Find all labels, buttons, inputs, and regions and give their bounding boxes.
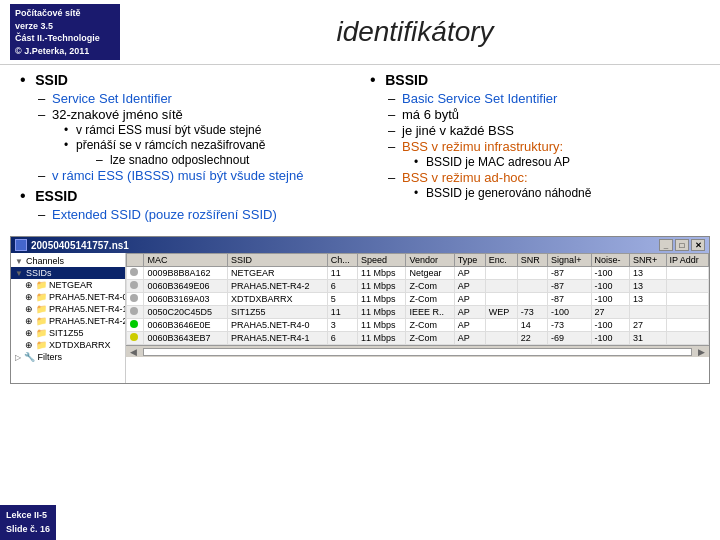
cell-type: AP bbox=[454, 319, 485, 332]
cell-mac: 0060B3649E06 bbox=[144, 280, 227, 293]
col-noise[interactable]: Noise- bbox=[591, 254, 629, 267]
cell-noise: -100 bbox=[591, 332, 629, 345]
logo-line3: Část II.-Technologie bbox=[15, 32, 115, 45]
cell-mac: 0060B3646E0E bbox=[144, 319, 227, 332]
sidebar-sit1z55[interactable]: ⊕ 📁 SIT1Z55 bbox=[11, 327, 125, 339]
bssid-dash-3: je jiné v každé BSS bbox=[388, 123, 700, 138]
cell-dot bbox=[127, 319, 144, 332]
cell-snrp: 31 bbox=[630, 332, 666, 345]
sidebar-xdtdx[interactable]: ⊕ 📁 XDTDXBARRX bbox=[11, 339, 125, 351]
cell-mac: 0060B3643EB7 bbox=[144, 332, 227, 345]
ssid-sub-3: v rámci ESS (IBSSS) musí být všude stejn… bbox=[52, 168, 303, 183]
col-dot bbox=[127, 254, 144, 267]
sidebar-prh-r40[interactable]: ⊕ 📁 PRAHA5.NET-R4-0 bbox=[11, 291, 125, 303]
logo-box: Počítačové sítě verze 3.5 Část II.-Techn… bbox=[10, 4, 120, 60]
table-row[interactable]: 0009B8B8A162 NETGEAR 11 11 Mbps Netgear … bbox=[127, 267, 709, 280]
sidebar-channels[interactable]: ▼ Channels bbox=[11, 255, 125, 267]
table-row[interactable]: 0060B3646E0E PRAHA5.NET-R4-0 3 11 Mbps Z… bbox=[127, 319, 709, 332]
cell-mac: 0009B8B8A162 bbox=[144, 267, 227, 280]
sidebar-ssids[interactable]: ▼ SSIDs bbox=[11, 267, 125, 279]
ssid-bullet-text-1: v rámci ESS musí být všude stejné bbox=[76, 123, 261, 137]
cell-enc bbox=[485, 293, 517, 306]
left-column: SSID Service Set Identifier 32-znakové j… bbox=[20, 71, 360, 226]
cell-ssid: PRAHA5.NET-R4-0 bbox=[227, 319, 327, 332]
cell-snr: 14 bbox=[517, 319, 547, 332]
col-vendor[interactable]: Vendor bbox=[406, 254, 454, 267]
sidebar-channels-label: Channels bbox=[26, 256, 64, 266]
sidebar-prh-r42-label: ⊕ 📁 PRAHA5.NET-R4-2 bbox=[25, 316, 126, 326]
horizontal-scrollbar[interactable]: ◀ ▶ bbox=[126, 345, 709, 357]
table-row[interactable]: 0060B3649E06 PRAHA5.NET-R4-2 6 11 Mbps Z… bbox=[127, 280, 709, 293]
sidebar-filters-label: 🔧 Filters bbox=[24, 352, 62, 362]
cell-speed: 11 Mbps bbox=[357, 280, 405, 293]
sidebar-prh-r40-label: ⊕ 📁 PRAHA5.NET-R4-0 bbox=[25, 292, 126, 302]
logo-line1: Počítačové sítě bbox=[15, 7, 115, 20]
cell-type: AP bbox=[454, 332, 485, 345]
sidebar-prh-r42[interactable]: ⊕ 📁 PRAHA5.NET-R4-2 bbox=[11, 315, 125, 327]
col-ssid[interactable]: SSID bbox=[227, 254, 327, 267]
cell-vendor: Z-Com bbox=[406, 319, 454, 332]
table-row[interactable]: 0060B3643EB7 PRAHA5.NET-R4-1 6 11 Mbps Z… bbox=[127, 332, 709, 345]
cell-signal: -100 bbox=[548, 306, 591, 319]
col-snr[interactable]: SNR bbox=[517, 254, 547, 267]
col-ip[interactable]: IP Addr bbox=[666, 254, 708, 267]
cell-signal: -87 bbox=[548, 267, 591, 280]
cell-enc bbox=[485, 332, 517, 345]
scroll-arrow-right[interactable]: ▶ bbox=[694, 347, 709, 357]
cell-snr bbox=[517, 267, 547, 280]
ssid-dash-3: v rámci ESS (IBSSS) musí být všude stejn… bbox=[38, 168, 350, 183]
cell-ip bbox=[666, 280, 708, 293]
minimize-button[interactable]: _ bbox=[659, 239, 673, 251]
bssid-infra: BSS v režimu infrastruktury: BSSID je MA… bbox=[388, 139, 700, 169]
close-button[interactable]: ✕ bbox=[691, 239, 705, 251]
ssid-bullet-2: přenáší se v rámcích nezašifrovaně lze s… bbox=[64, 138, 350, 167]
sidebar-sit1z55-label: ⊕ 📁 SIT1Z55 bbox=[25, 328, 84, 338]
scroll-arrow-left[interactable]: ◀ bbox=[126, 347, 141, 357]
cell-type: AP bbox=[454, 267, 485, 280]
col-type[interactable]: Type bbox=[454, 254, 485, 267]
col-mac[interactable]: MAC bbox=[144, 254, 227, 267]
screenshot-window: 20050405141757.ns1 _ □ ✕ ▼ Channels ▼ SS… bbox=[10, 236, 710, 384]
maximize-button[interactable]: □ bbox=[675, 239, 689, 251]
cell-snr bbox=[517, 280, 547, 293]
col-speed[interactable]: Speed bbox=[357, 254, 405, 267]
table-row[interactable]: 0050C20C45D5 SIT1Z55 11 11 Mbps IEEE R..… bbox=[127, 306, 709, 319]
window-controls[interactable]: _ □ ✕ bbox=[659, 239, 705, 251]
table-row[interactable]: 0060B3169A03 XDTDXBARRX 5 11 Mbps Z-Com … bbox=[127, 293, 709, 306]
ssid-bullet-text-2: přenáší se v rámcích nezašifrovaně bbox=[76, 138, 265, 152]
cell-snrp: 27 bbox=[630, 319, 666, 332]
col-snrp[interactable]: SNR+ bbox=[630, 254, 666, 267]
cell-ch: 6 bbox=[327, 280, 357, 293]
cell-ip bbox=[666, 267, 708, 280]
sidebar-netgear-label: ⊕ 📁 NETGEAR bbox=[25, 280, 93, 290]
cell-dot bbox=[127, 332, 144, 345]
cell-ssid: PRAHA5.NET-R4-2 bbox=[227, 280, 327, 293]
sidebar-prh-r41[interactable]: ⊕ 📁 PRAHA5.NET-R4-1 bbox=[11, 303, 125, 315]
sidebar-filters[interactable]: ▷ 🔧 Filters bbox=[11, 351, 125, 363]
adhoc-label: BSS v režimu ad-hoc: bbox=[402, 170, 528, 185]
cell-signal: -69 bbox=[548, 332, 591, 345]
bssid-sub-3: je jiné v každé BSS bbox=[402, 123, 514, 138]
cell-speed: 11 Mbps bbox=[357, 267, 405, 280]
sidebar-netgear[interactable]: ⊕ 📁 NETGEAR bbox=[11, 279, 125, 291]
cell-ch: 11 bbox=[327, 306, 357, 319]
cell-noise: -100 bbox=[591, 293, 629, 306]
data-table: MAC SSID Ch... Speed Vendor Type Enc. SN… bbox=[126, 253, 709, 345]
bssid-label: BSSID bbox=[385, 72, 428, 88]
cell-ssid: PRAHA5.NET-R4-1 bbox=[227, 332, 327, 345]
cell-ip bbox=[666, 293, 708, 306]
cell-mac: 0050C20C45D5 bbox=[144, 306, 227, 319]
page-title: identifikátory bbox=[120, 16, 710, 48]
col-signal[interactable]: Signal+ bbox=[548, 254, 591, 267]
window-data-area: MAC SSID Ch... Speed Vendor Type Enc. SN… bbox=[126, 253, 709, 383]
ssid-dash-1: Service Set Identifier bbox=[38, 91, 350, 106]
window-app-icon bbox=[15, 239, 27, 251]
col-enc[interactable]: Enc. bbox=[485, 254, 517, 267]
scroll-track bbox=[143, 348, 692, 356]
cell-ip bbox=[666, 332, 708, 345]
ssid-item: SSID Service Set Identifier 32-znakové j… bbox=[20, 71, 350, 183]
cell-dot bbox=[127, 293, 144, 306]
cell-enc bbox=[485, 280, 517, 293]
cell-signal: -73 bbox=[548, 319, 591, 332]
col-ch[interactable]: Ch... bbox=[327, 254, 357, 267]
